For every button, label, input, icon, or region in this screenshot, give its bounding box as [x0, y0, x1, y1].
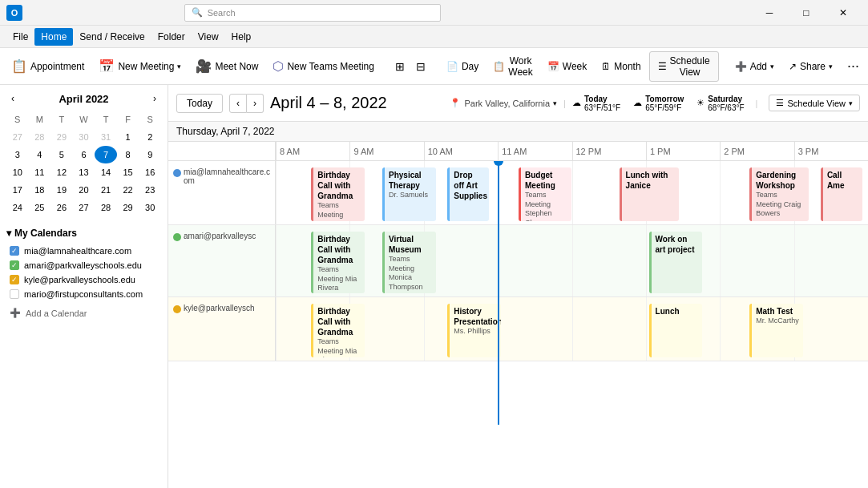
mini-cal-day[interactable]: 14	[95, 163, 117, 181]
mini-cal-day[interactable]: 23	[139, 181, 161, 199]
event-virtual[interactable]: Virtual MuseumTeams Meeting Monica Thomp…	[382, 232, 436, 293]
mini-cal-day[interactable]: 18	[29, 181, 51, 199]
event-garden[interactable]: Gardening WorkshopTeams Meeting Craig Bo…	[749, 167, 809, 221]
add-button[interactable]: ➕ Add ▾	[729, 51, 781, 82]
menu-folder[interactable]: Folder	[151, 28, 192, 46]
mini-cal-next[interactable]: ›	[148, 91, 161, 106]
mini-cal-day[interactable]: 19	[50, 181, 73, 199]
prev-arrow[interactable]: ‹	[229, 94, 247, 113]
menu-home[interactable]: Home	[34, 28, 73, 46]
menu-help[interactable]: Help	[225, 28, 258, 46]
week-icon: 📅	[547, 61, 559, 72]
event-title: Budget Meeting	[525, 170, 568, 191]
mini-cal-prev[interactable]: ‹	[6, 91, 19, 106]
meet-now-button[interactable]: 🎥 Meet Now	[189, 51, 264, 82]
menu-view[interactable]: View	[192, 28, 225, 46]
weather-tomorrow-icon: ☁	[633, 98, 642, 108]
event-math[interactable]: Math TestMr. McCarthy	[749, 304, 803, 357]
menu-file[interactable]: File	[6, 28, 34, 46]
mini-cal-day[interactable]: 26	[50, 199, 73, 216]
new-teams-button[interactable]: ⬡ New Teams Meeting	[266, 51, 381, 82]
mini-cal-day[interactable]: 1	[117, 128, 139, 146]
date-range: April 4 – 8, 2022	[270, 94, 387, 112]
minimize-button[interactable]: ─	[751, 0, 788, 26]
calendar-nav: Today ‹ › April 4 – 8, 2022 📍 Park Valle…	[168, 85, 868, 122]
mini-cal-day[interactable]: 30	[139, 199, 161, 216]
event-bday2[interactable]: Birthday Call with GrandmaTeams Meeting …	[311, 232, 365, 293]
mini-cal-day[interactable]: 9	[139, 146, 161, 163]
search-box[interactable]: 🔍 Search	[184, 4, 441, 22]
close-button[interactable]: ✕	[825, 0, 862, 26]
event-workart[interactable]: Work on art project	[649, 232, 703, 293]
mini-cal-day[interactable]: 24	[6, 199, 29, 216]
event-bday1[interactable]: Birthday Call with GrandmaTeams Meeting	[311, 167, 365, 221]
calendar-item-kyle[interactable]: ✓kyle@parkvalleyschools.edu	[6, 272, 161, 287]
event-callame[interactable]: Call Ame	[821, 167, 862, 221]
mini-cal-day[interactable]: 29	[50, 128, 73, 146]
next-arrow[interactable]: ›	[247, 94, 264, 113]
add-calendar-btn[interactable]: ➕ Add a Calendar	[6, 304, 161, 321]
maximize-button[interactable]: □	[788, 0, 825, 26]
time-label: 9 AM	[349, 142, 423, 160]
menu-send-receive[interactable]: Send / Receive	[73, 28, 151, 46]
week-button[interactable]: 📅 Week	[541, 51, 593, 82]
my-calendars-header[interactable]: ▾ My Calendars	[6, 228, 161, 239]
mini-cal-day[interactable]: 8	[117, 146, 139, 163]
location-arrow: ▾	[553, 99, 557, 107]
calendar-item-mario[interactable]: mario@firstupconsultants.com	[6, 287, 161, 301]
mini-cal-day[interactable]: 21	[95, 181, 117, 199]
event-subtitle: Teams Meeting Stephen Cleary	[525, 191, 568, 221]
mini-cal-day[interactable]: 17	[6, 181, 29, 199]
appointment-button[interactable]: 📋 Appointment	[5, 51, 91, 82]
icon-view-2[interactable]: ⊟	[411, 57, 430, 76]
location-icon: 📍	[450, 98, 461, 108]
event-phys[interactable]: Physical TherapyDr. Samuels	[382, 167, 436, 221]
calendar-item-mia[interactable]: ✓mia@lamnahealthcare.com	[6, 244, 161, 258]
mini-cal-day[interactable]: 27	[6, 128, 29, 146]
mini-cal-day[interactable]: 4	[29, 146, 51, 163]
event-lunch2[interactable]: Lunch	[649, 304, 703, 357]
event-drop[interactable]: Drop off Art Supplies	[447, 167, 489, 221]
more-button[interactable]: ···	[841, 51, 866, 82]
event-bday3[interactable]: Birthday Call with GrandmaTeams Meeting …	[311, 304, 365, 357]
mini-cal-day[interactable]: 2	[139, 128, 161, 146]
mini-cal-day[interactable]: 28	[29, 128, 51, 146]
mini-cal-day[interactable]: 5	[50, 146, 73, 163]
mini-cal-day[interactable]: 6	[73, 146, 95, 163]
today-button[interactable]: Today	[176, 94, 223, 113]
share-button[interactable]: ↗ Share ▾	[782, 51, 839, 82]
mini-cal-day[interactable]: 3	[6, 146, 29, 163]
work-week-button[interactable]: 📋 Work Week	[486, 51, 539, 82]
day-button[interactable]: 📄 Day	[440, 51, 485, 82]
mini-cal-day[interactable]: 7	[95, 146, 117, 163]
mini-cal-day[interactable]: 31	[95, 128, 117, 146]
mini-cal-day[interactable]: 10	[6, 163, 29, 181]
mini-cal-day[interactable]: 15	[117, 163, 139, 181]
event-lunch[interactable]: Lunch with Janice	[620, 167, 679, 221]
mini-cal-day[interactable]: 29	[117, 199, 139, 216]
mini-cal-day[interactable]: 16	[139, 163, 161, 181]
mini-cal-day[interactable]: 27	[73, 199, 95, 216]
mini-cal-day[interactable]: 11	[29, 163, 51, 181]
main-layout: ‹ April 2022 › S M T W T F S	[0, 85, 868, 488]
month-button[interactable]: 🗓 Month	[595, 51, 647, 82]
mini-cal-day[interactable]: 22	[117, 181, 139, 199]
person-name: mia@lamnahealthcare.com	[184, 167, 270, 185]
event-history[interactable]: History PresentationMs. Phillips	[447, 304, 501, 357]
event-budget[interactable]: Budget MeetingTeams Meeting Stephen Clea…	[519, 167, 572, 221]
calendar-label: mia@lamnahealthcare.com	[24, 246, 131, 256]
mini-cal-day[interactable]: 28	[95, 199, 117, 216]
new-meeting-button[interactable]: 📅 New Meeting ▾	[92, 51, 188, 82]
mini-cal-day[interactable]: 20	[73, 181, 95, 199]
mini-cal-day[interactable]: 12	[50, 163, 73, 181]
calendar-item-amari[interactable]: ✓amari@parkvalleyschools.edu	[6, 258, 161, 272]
mini-cal-day[interactable]: 13	[73, 163, 95, 181]
mini-cal-day[interactable]: 30	[73, 128, 95, 146]
mini-cal-day[interactable]: 25	[29, 199, 51, 216]
schedule-view-button[interactable]: ☰ Schedule View	[649, 51, 719, 82]
menubar: File Home Send / Receive Folder View Hel…	[0, 26, 868, 48]
event-title: Birthday Call with Grandma	[317, 170, 361, 201]
schedule-view-btn[interactable]: ☰ Schedule View ▾	[769, 95, 860, 111]
icon-view-1[interactable]: ⊞	[390, 57, 410, 76]
time-label: 1 PM	[646, 142, 720, 160]
